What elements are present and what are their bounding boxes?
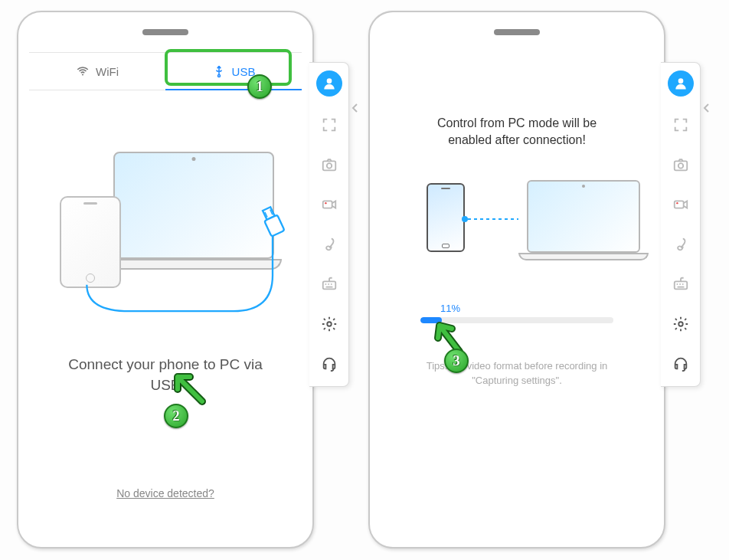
laptop-icon bbox=[106, 152, 282, 282]
main-panel-left: Connect your phone to PC via USB No devi… bbox=[29, 90, 302, 500]
svg-point-1 bbox=[217, 75, 220, 77]
svg-rect-7 bbox=[322, 161, 335, 170]
svg-point-19 bbox=[678, 163, 682, 168]
support-button[interactable] bbox=[669, 352, 692, 375]
svg-point-10 bbox=[325, 202, 326, 204]
gear-icon bbox=[321, 316, 338, 332]
sidebar-collapse-chevron[interactable] bbox=[351, 103, 358, 116]
tips-body: the video format before recording in "Ca… bbox=[447, 360, 607, 387]
small-laptop-icon bbox=[518, 180, 649, 260]
main-panel-right: Control from PC mode will be enabled aft… bbox=[381, 47, 653, 388]
record-button[interactable] bbox=[669, 193, 692, 216]
user-account-button[interactable] bbox=[668, 70, 694, 97]
record-icon bbox=[672, 196, 689, 213]
phone-screen-left: WiFi USB bbox=[29, 47, 302, 536]
svg-point-27 bbox=[678, 322, 683, 326]
keyboard-icon bbox=[672, 276, 689, 293]
brush-icon bbox=[672, 236, 689, 253]
svg-point-8 bbox=[326, 163, 331, 168]
svg-rect-11 bbox=[322, 281, 335, 289]
connection-heading: Control from PC mode will be enabled aft… bbox=[396, 115, 638, 149]
camera-icon bbox=[672, 156, 689, 173]
svg-rect-18 bbox=[674, 161, 687, 170]
tab-usb[interactable]: USB bbox=[165, 53, 302, 90]
progress-area: 11% bbox=[396, 303, 638, 323]
connection-line-icon bbox=[468, 218, 518, 220]
tab-wifi[interactable]: WiFi bbox=[29, 53, 165, 90]
support-button[interactable] bbox=[318, 352, 341, 375]
user-icon bbox=[673, 76, 688, 91]
tips-text: Tips: the video format before recording … bbox=[396, 359, 638, 388]
toolbar-sidebar bbox=[309, 62, 349, 387]
svg-point-21 bbox=[676, 202, 678, 204]
connection-tabs: WiFi USB bbox=[29, 52, 302, 90]
record-button[interactable] bbox=[318, 193, 341, 216]
settings-button[interactable] bbox=[318, 313, 341, 336]
fullscreen-icon bbox=[321, 116, 338, 133]
svg-point-0 bbox=[82, 74, 83, 76]
whiteboard-button[interactable] bbox=[669, 233, 692, 256]
usb-icon bbox=[212, 64, 226, 78]
illustration-usb-connect bbox=[37, 144, 294, 332]
phone-speaker bbox=[494, 29, 540, 35]
small-phone-icon bbox=[427, 183, 465, 252]
keyboard-button[interactable] bbox=[669, 273, 692, 296]
svg-point-16 bbox=[327, 322, 332, 326]
phone-icon bbox=[60, 196, 121, 288]
phone-mockup-left: WiFi USB bbox=[17, 11, 314, 549]
settings-button[interactable] bbox=[669, 313, 692, 336]
screenshot-button[interactable] bbox=[318, 153, 341, 176]
phone-screen-right: Control from PC mode will be enabled aft… bbox=[381, 47, 653, 536]
no-device-link[interactable]: No device detected? bbox=[116, 487, 214, 499]
phone-mockup-right: Control from PC mode will be enabled aft… bbox=[368, 11, 665, 549]
record-icon bbox=[321, 196, 338, 213]
headset-icon bbox=[672, 355, 689, 372]
wifi-icon bbox=[76, 64, 90, 78]
svg-rect-20 bbox=[674, 201, 683, 208]
headset-icon bbox=[321, 355, 338, 372]
keyboard-icon bbox=[321, 276, 338, 293]
fullscreen-icon bbox=[672, 116, 689, 133]
illustration-phone-laptop bbox=[396, 180, 638, 272]
user-account-button[interactable] bbox=[316, 70, 342, 97]
toolbar-sidebar bbox=[661, 62, 701, 387]
tab-wifi-label: WiFi bbox=[96, 65, 119, 78]
gear-icon bbox=[672, 316, 689, 332]
sidebar-collapse-chevron[interactable] bbox=[702, 103, 710, 116]
progress-bar bbox=[420, 317, 613, 323]
chevron-left-icon bbox=[351, 103, 358, 113]
keyboard-button[interactable] bbox=[318, 273, 341, 296]
progress-fill bbox=[420, 317, 442, 323]
connect-instruction-text: Connect your phone to PC via USB bbox=[37, 355, 294, 395]
fullscreen-button[interactable] bbox=[669, 113, 692, 136]
svg-rect-22 bbox=[674, 281, 687, 289]
user-icon bbox=[322, 76, 337, 91]
whiteboard-button[interactable] bbox=[318, 233, 341, 256]
fullscreen-button[interactable] bbox=[318, 113, 341, 136]
svg-rect-9 bbox=[322, 201, 332, 208]
brush-icon bbox=[321, 236, 338, 253]
svg-point-17 bbox=[678, 78, 683, 84]
screenshot-button[interactable] bbox=[669, 153, 692, 176]
svg-point-6 bbox=[326, 78, 332, 84]
chevron-left-icon bbox=[702, 103, 710, 113]
progress-percent-label: 11% bbox=[440, 303, 613, 314]
phone-speaker bbox=[142, 29, 188, 35]
tab-usb-label: USB bbox=[232, 65, 256, 78]
camera-icon bbox=[321, 156, 338, 173]
tips-prefix: Tips: bbox=[427, 360, 448, 372]
